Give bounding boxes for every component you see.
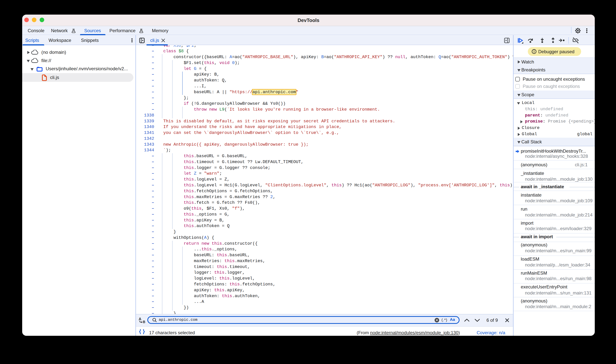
svg-text:A: A (139, 317, 141, 321)
svg-text:B: B (143, 320, 145, 324)
